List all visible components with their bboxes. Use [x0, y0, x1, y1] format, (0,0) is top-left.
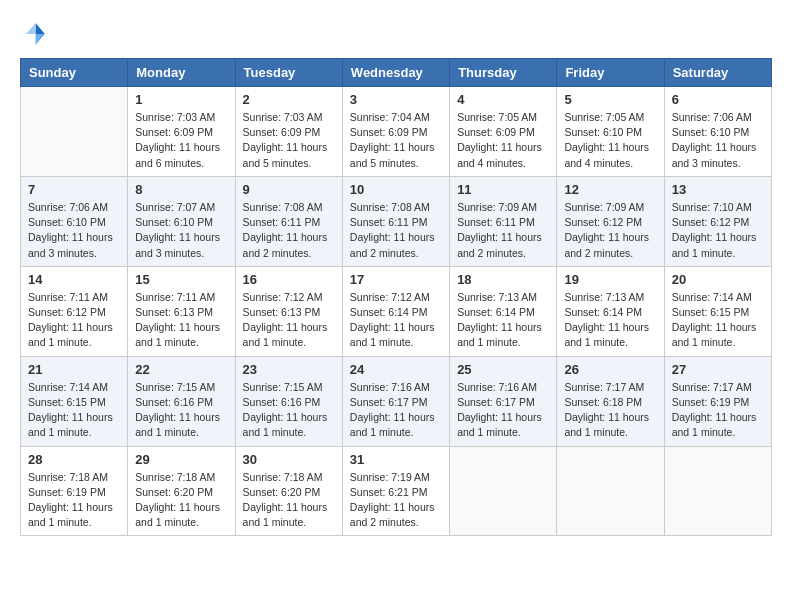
day-info: Sunrise: 7:11 AM Sunset: 6:13 PM Dayligh…	[135, 290, 227, 351]
day-number: 10	[350, 182, 442, 197]
day-info: Sunrise: 7:07 AM Sunset: 6:10 PM Dayligh…	[135, 200, 227, 261]
day-number: 27	[672, 362, 764, 377]
day-info: Sunrise: 7:09 AM Sunset: 6:12 PM Dayligh…	[564, 200, 656, 261]
day-info: Sunrise: 7:12 AM Sunset: 6:14 PM Dayligh…	[350, 290, 442, 351]
calendar-cell	[21, 87, 128, 177]
calendar-row: 7Sunrise: 7:06 AM Sunset: 6:10 PM Daylig…	[21, 176, 772, 266]
day-info: Sunrise: 7:18 AM Sunset: 6:20 PM Dayligh…	[243, 470, 335, 531]
day-number: 21	[28, 362, 120, 377]
day-info: Sunrise: 7:03 AM Sunset: 6:09 PM Dayligh…	[135, 110, 227, 171]
calendar-cell: 15Sunrise: 7:11 AM Sunset: 6:13 PM Dayli…	[128, 266, 235, 356]
calendar-cell	[450, 446, 557, 536]
day-number: 9	[243, 182, 335, 197]
calendar-cell: 30Sunrise: 7:18 AM Sunset: 6:20 PM Dayli…	[235, 446, 342, 536]
day-info: Sunrise: 7:11 AM Sunset: 6:12 PM Dayligh…	[28, 290, 120, 351]
day-info: Sunrise: 7:05 AM Sunset: 6:10 PM Dayligh…	[564, 110, 656, 171]
calendar-cell: 23Sunrise: 7:15 AM Sunset: 6:16 PM Dayli…	[235, 356, 342, 446]
day-number: 12	[564, 182, 656, 197]
day-number: 23	[243, 362, 335, 377]
calendar-header-row: SundayMondayTuesdayWednesdayThursdayFrid…	[21, 59, 772, 87]
day-number: 20	[672, 272, 764, 287]
day-info: Sunrise: 7:13 AM Sunset: 6:14 PM Dayligh…	[457, 290, 549, 351]
day-info: Sunrise: 7:18 AM Sunset: 6:20 PM Dayligh…	[135, 470, 227, 531]
day-info: Sunrise: 7:13 AM Sunset: 6:14 PM Dayligh…	[564, 290, 656, 351]
day-number: 13	[672, 182, 764, 197]
calendar-cell: 27Sunrise: 7:17 AM Sunset: 6:19 PM Dayli…	[664, 356, 771, 446]
day-number: 18	[457, 272, 549, 287]
day-info: Sunrise: 7:19 AM Sunset: 6:21 PM Dayligh…	[350, 470, 442, 531]
calendar-cell: 11Sunrise: 7:09 AM Sunset: 6:11 PM Dayli…	[450, 176, 557, 266]
day-info: Sunrise: 7:08 AM Sunset: 6:11 PM Dayligh…	[243, 200, 335, 261]
weekday-header-saturday: Saturday	[664, 59, 771, 87]
day-number: 2	[243, 92, 335, 107]
weekday-header-monday: Monday	[128, 59, 235, 87]
calendar-cell: 28Sunrise: 7:18 AM Sunset: 6:19 PM Dayli…	[21, 446, 128, 536]
calendar-cell: 1Sunrise: 7:03 AM Sunset: 6:09 PM Daylig…	[128, 87, 235, 177]
calendar-cell: 6Sunrise: 7:06 AM Sunset: 6:10 PM Daylig…	[664, 87, 771, 177]
day-info: Sunrise: 7:06 AM Sunset: 6:10 PM Dayligh…	[672, 110, 764, 171]
calendar-cell: 19Sunrise: 7:13 AM Sunset: 6:14 PM Dayli…	[557, 266, 664, 356]
calendar-cell: 29Sunrise: 7:18 AM Sunset: 6:20 PM Dayli…	[128, 446, 235, 536]
day-info: Sunrise: 7:10 AM Sunset: 6:12 PM Dayligh…	[672, 200, 764, 261]
calendar-cell: 17Sunrise: 7:12 AM Sunset: 6:14 PM Dayli…	[342, 266, 449, 356]
weekday-header-sunday: Sunday	[21, 59, 128, 87]
day-info: Sunrise: 7:05 AM Sunset: 6:09 PM Dayligh…	[457, 110, 549, 171]
day-info: Sunrise: 7:12 AM Sunset: 6:13 PM Dayligh…	[243, 290, 335, 351]
calendar-cell: 8Sunrise: 7:07 AM Sunset: 6:10 PM Daylig…	[128, 176, 235, 266]
day-number: 17	[350, 272, 442, 287]
svg-marker-0	[36, 23, 45, 34]
calendar-cell: 21Sunrise: 7:14 AM Sunset: 6:15 PM Dayli…	[21, 356, 128, 446]
calendar-cell: 7Sunrise: 7:06 AM Sunset: 6:10 PM Daylig…	[21, 176, 128, 266]
day-number: 14	[28, 272, 120, 287]
calendar-cell: 20Sunrise: 7:14 AM Sunset: 6:15 PM Dayli…	[664, 266, 771, 356]
calendar-row: 1Sunrise: 7:03 AM Sunset: 6:09 PM Daylig…	[21, 87, 772, 177]
day-number: 22	[135, 362, 227, 377]
weekday-header-wednesday: Wednesday	[342, 59, 449, 87]
day-number: 3	[350, 92, 442, 107]
day-info: Sunrise: 7:08 AM Sunset: 6:11 PM Dayligh…	[350, 200, 442, 261]
svg-marker-2	[26, 23, 35, 34]
day-number: 1	[135, 92, 227, 107]
weekday-header-friday: Friday	[557, 59, 664, 87]
day-number: 24	[350, 362, 442, 377]
day-number: 29	[135, 452, 227, 467]
calendar-cell: 10Sunrise: 7:08 AM Sunset: 6:11 PM Dayli…	[342, 176, 449, 266]
calendar-cell	[664, 446, 771, 536]
day-info: Sunrise: 7:04 AM Sunset: 6:09 PM Dayligh…	[350, 110, 442, 171]
day-number: 5	[564, 92, 656, 107]
header	[20, 20, 772, 48]
calendar-cell: 13Sunrise: 7:10 AM Sunset: 6:12 PM Dayli…	[664, 176, 771, 266]
svg-marker-1	[36, 34, 45, 45]
day-number: 30	[243, 452, 335, 467]
day-number: 19	[564, 272, 656, 287]
day-info: Sunrise: 7:15 AM Sunset: 6:16 PM Dayligh…	[243, 380, 335, 441]
calendar-cell: 2Sunrise: 7:03 AM Sunset: 6:09 PM Daylig…	[235, 87, 342, 177]
calendar-cell: 12Sunrise: 7:09 AM Sunset: 6:12 PM Dayli…	[557, 176, 664, 266]
day-number: 31	[350, 452, 442, 467]
day-info: Sunrise: 7:17 AM Sunset: 6:19 PM Dayligh…	[672, 380, 764, 441]
calendar-row: 28Sunrise: 7:18 AM Sunset: 6:19 PM Dayli…	[21, 446, 772, 536]
logo	[20, 20, 52, 48]
day-info: Sunrise: 7:14 AM Sunset: 6:15 PM Dayligh…	[672, 290, 764, 351]
calendar-cell: 24Sunrise: 7:16 AM Sunset: 6:17 PM Dayli…	[342, 356, 449, 446]
day-number: 11	[457, 182, 549, 197]
day-number: 4	[457, 92, 549, 107]
calendar-row: 21Sunrise: 7:14 AM Sunset: 6:15 PM Dayli…	[21, 356, 772, 446]
day-info: Sunrise: 7:15 AM Sunset: 6:16 PM Dayligh…	[135, 380, 227, 441]
calendar-cell: 26Sunrise: 7:17 AM Sunset: 6:18 PM Dayli…	[557, 356, 664, 446]
calendar-cell: 3Sunrise: 7:04 AM Sunset: 6:09 PM Daylig…	[342, 87, 449, 177]
calendar-cell: 31Sunrise: 7:19 AM Sunset: 6:21 PM Dayli…	[342, 446, 449, 536]
calendar-cell: 25Sunrise: 7:16 AM Sunset: 6:17 PM Dayli…	[450, 356, 557, 446]
calendar-cell	[557, 446, 664, 536]
day-number: 15	[135, 272, 227, 287]
day-info: Sunrise: 7:09 AM Sunset: 6:11 PM Dayligh…	[457, 200, 549, 261]
calendar-table: SundayMondayTuesdayWednesdayThursdayFrid…	[20, 58, 772, 536]
day-info: Sunrise: 7:16 AM Sunset: 6:17 PM Dayligh…	[457, 380, 549, 441]
logo-icon	[20, 20, 48, 48]
weekday-header-thursday: Thursday	[450, 59, 557, 87]
day-info: Sunrise: 7:18 AM Sunset: 6:19 PM Dayligh…	[28, 470, 120, 531]
calendar-cell: 9Sunrise: 7:08 AM Sunset: 6:11 PM Daylig…	[235, 176, 342, 266]
calendar-cell: 16Sunrise: 7:12 AM Sunset: 6:13 PM Dayli…	[235, 266, 342, 356]
day-info: Sunrise: 7:14 AM Sunset: 6:15 PM Dayligh…	[28, 380, 120, 441]
day-number: 16	[243, 272, 335, 287]
